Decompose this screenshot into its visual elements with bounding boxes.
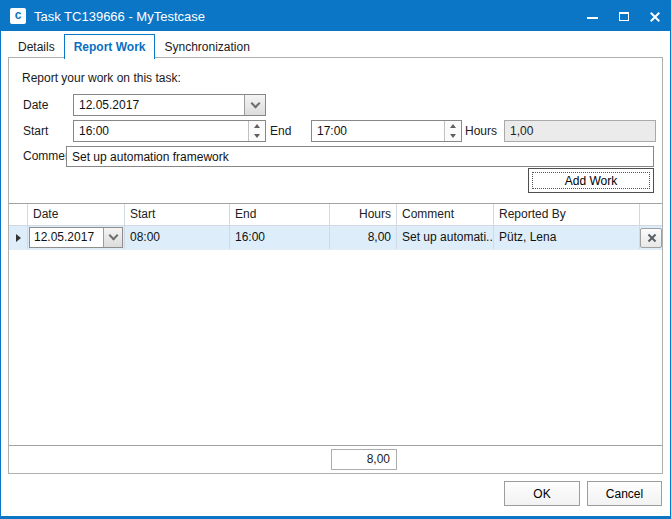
app-icon: c [10, 8, 26, 24]
grid-summary-strip: 8,00 [9, 445, 662, 473]
window-title: Task TC139666 - MyTestcase [34, 9, 205, 24]
maximize-icon [619, 12, 629, 21]
row-date-editor[interactable]: 12.05.2017 [29, 227, 123, 248]
chevron-down-icon [108, 231, 118, 241]
row-date-value: 12.05.2017 [34, 230, 94, 244]
start-spin-down[interactable] [249, 131, 265, 141]
report-work-panel: Report your work on this task: Date Star… [8, 57, 663, 474]
grid-header-comment[interactable]: Comment [397, 204, 494, 225]
spinner-up-icon [254, 124, 260, 128]
grid-header-actions [640, 204, 662, 225]
grid-header-row: Date Start End Hours Comment Reported By [9, 204, 662, 226]
date-dropdown-button[interactable] [244, 95, 265, 115]
tab-strip: Details Report Work Synchronization [1, 34, 670, 58]
row-actions-cell [640, 226, 662, 249]
hours-readonly-field: 1,00 [504, 120, 656, 142]
comment-input[interactable] [66, 146, 654, 167]
titlebar: c Task TC139666 - MyTestcase [1, 1, 670, 31]
end-time-input[interactable] [311, 120, 462, 142]
start-label: Start [23, 121, 48, 142]
delete-icon [647, 233, 656, 242]
add-work-button[interactable]: Add Work [528, 168, 654, 193]
task-dialog-window: c Task TC139666 - MyTestcase Details Rep… [0, 0, 671, 519]
close-button[interactable] [639, 1, 670, 31]
table-row[interactable]: 12.05.2017 08:00 16:00 8,00 Set up autom… [9, 226, 662, 250]
maximize-button[interactable] [608, 1, 639, 31]
minimize-icon [587, 17, 598, 19]
cancel-button[interactable]: Cancel [587, 481, 662, 506]
grid-header-date[interactable]: Date [28, 204, 125, 225]
comment-field-wrap [66, 146, 654, 167]
row-comment-cell[interactable]: Set up automati... [397, 226, 494, 249]
start-time-spinner [73, 120, 266, 142]
tab-report-work[interactable]: Report Work [64, 34, 156, 59]
end-spin-buttons [444, 121, 461, 141]
tab-details[interactable]: Details [9, 34, 64, 58]
hours-label: Hours [465, 121, 497, 142]
date-picker [73, 94, 266, 116]
delete-row-button[interactable] [640, 228, 662, 248]
end-label: End [270, 121, 291, 142]
grid-header-reported-by[interactable]: Reported By [494, 204, 640, 225]
close-icon [649, 11, 660, 22]
minimize-button[interactable] [577, 1, 608, 31]
row-reported-by-cell[interactable]: Pütz, Lena [494, 226, 640, 249]
date-input[interactable] [73, 94, 266, 116]
row-hours-cell[interactable]: 8,00 [330, 226, 397, 249]
date-label: Date [23, 95, 48, 116]
grid-header-end[interactable]: End [230, 204, 330, 225]
end-time-spinner [311, 120, 462, 142]
row-date-cell[interactable]: 12.05.2017 [28, 226, 125, 249]
spinner-down-icon [254, 134, 260, 138]
window-controls [577, 1, 670, 31]
tab-synchronization[interactable]: Synchronization [155, 34, 258, 58]
row-end-cell[interactable]: 16:00 [230, 226, 330, 249]
grid-header-selector [9, 204, 28, 225]
end-spin-down[interactable] [445, 131, 461, 141]
row-start-cell[interactable]: 08:00 [125, 226, 230, 249]
spinner-down-icon [450, 134, 456, 138]
form-heading: Report your work on this task: [22, 71, 181, 85]
start-spin-up[interactable] [249, 121, 265, 131]
start-spin-buttons [248, 121, 265, 141]
ok-button[interactable]: OK [504, 481, 580, 506]
row-date-dropdown-button[interactable] [103, 228, 122, 247]
grid-header-start[interactable]: Start [125, 204, 230, 225]
hours-total-box: 8,00 [331, 449, 397, 470]
start-time-input[interactable] [73, 120, 266, 142]
row-selector-icon [16, 234, 21, 242]
add-work-label: Add Work [565, 174, 617, 188]
grid-header-hours[interactable]: Hours [330, 204, 397, 225]
end-spin-up[interactable] [445, 121, 461, 131]
work-entries-grid: Date Start End Hours Comment Reported By… [9, 203, 662, 445]
spinner-up-icon [450, 124, 456, 128]
chevron-down-icon [250, 98, 260, 108]
row-selector-cell[interactable] [9, 226, 28, 249]
